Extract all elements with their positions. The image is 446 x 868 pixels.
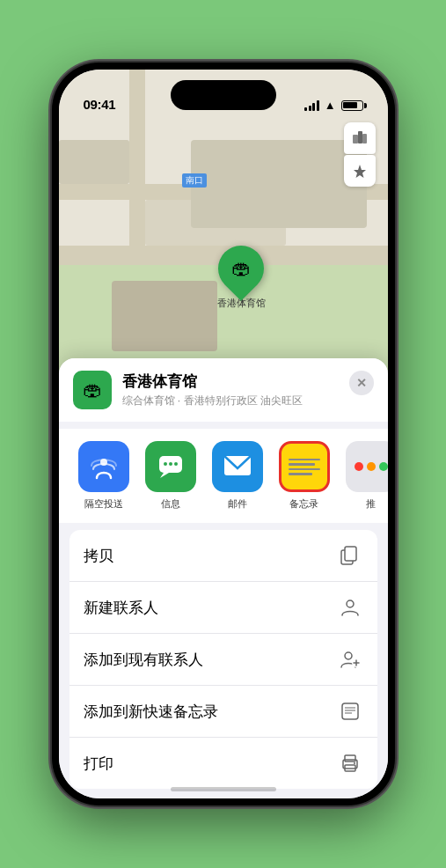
print-icon bbox=[337, 750, 363, 776]
svg-rect-23 bbox=[345, 755, 355, 761]
dynamic-island bbox=[171, 80, 276, 110]
svg-rect-2 bbox=[362, 134, 367, 143]
share-row: 隔空投送 信息 bbox=[59, 429, 388, 523]
messages-icon bbox=[145, 441, 196, 492]
close-button[interactable]: ✕ bbox=[349, 371, 374, 395]
svg-rect-17 bbox=[342, 703, 358, 719]
action-copy[interactable]: 拷贝 bbox=[69, 530, 377, 582]
action-add-existing-label: 添加到现有联系人 bbox=[84, 650, 203, 670]
home-indicator bbox=[171, 787, 276, 791]
map-label-container: 南口 bbox=[182, 173, 207, 188]
svg-marker-5 bbox=[160, 473, 169, 478]
status-icons: ▲ bbox=[304, 99, 362, 112]
action-quick-note[interactable]: 添加到新快速备忘录 bbox=[69, 686, 377, 738]
airdrop-icon bbox=[78, 441, 129, 492]
venue-name: 香港体育馆 bbox=[122, 371, 374, 392]
map-label-box: 南口 bbox=[182, 173, 207, 188]
person-icon bbox=[337, 594, 363, 621]
phone-frame: 09:41 ▲ bbox=[52, 63, 395, 805]
status-time: 09:41 bbox=[84, 97, 116, 112]
action-print[interactable]: 打印 bbox=[69, 738, 377, 789]
svg-point-7 bbox=[169, 462, 172, 466]
share-item-notes[interactable]: 备忘录 bbox=[274, 441, 335, 511]
more-dots bbox=[355, 462, 388, 471]
svg-rect-11 bbox=[345, 547, 356, 561]
svg-point-12 bbox=[347, 600, 354, 607]
venue-desc: 综合体育馆 · 香港特别行政区 油尖旺区 bbox=[122, 394, 374, 408]
copy-icon bbox=[337, 542, 363, 569]
pin-circle: 🏟 bbox=[208, 236, 274, 301]
action-list: 拷贝 新建联系人 bbox=[69, 530, 377, 789]
bottom-sheet: 🏟 香港体育馆 综合体育馆 · 香港特别行政区 油尖旺区 ✕ bbox=[59, 358, 388, 798]
more-icon bbox=[346, 441, 388, 492]
venue-info: 香港体育馆 综合体育馆 · 香港特别行政区 油尖旺区 bbox=[122, 371, 374, 408]
sheet-header: 🏟 香港体育馆 综合体育馆 · 香港特别行政区 油尖旺区 ✕ bbox=[59, 358, 388, 422]
share-item-airdrop[interactable]: 隔空投送 bbox=[73, 441, 135, 511]
battery-icon bbox=[341, 100, 363, 111]
svg-point-13 bbox=[345, 652, 352, 659]
phone-screen: 09:41 ▲ bbox=[59, 70, 388, 798]
more-label: 推 bbox=[366, 497, 376, 511]
svg-point-24 bbox=[354, 762, 355, 764]
notes-lines bbox=[289, 459, 320, 475]
map-block bbox=[191, 140, 367, 228]
mail-label: 邮件 bbox=[228, 497, 247, 511]
action-quick-note-label: 添加到新快速备忘录 bbox=[84, 702, 218, 722]
messages-label: 信息 bbox=[161, 497, 180, 511]
map-block bbox=[59, 140, 129, 184]
mail-icon bbox=[212, 441, 263, 492]
action-new-contact-label: 新建联系人 bbox=[84, 598, 158, 618]
svg-point-6 bbox=[164, 462, 167, 466]
person-add-icon bbox=[337, 646, 363, 673]
pin-icon: 🏟 bbox=[231, 257, 251, 280]
notes-label: 备忘录 bbox=[289, 497, 318, 511]
action-add-existing[interactable]: 添加到现有联系人 bbox=[69, 634, 377, 686]
note-icon bbox=[337, 698, 363, 725]
share-item-mail[interactable]: 邮件 bbox=[207, 441, 268, 511]
wifi-icon: ▲ bbox=[325, 99, 336, 112]
map-type-button[interactable] bbox=[344, 122, 376, 154]
action-copy-label: 拷贝 bbox=[84, 546, 113, 566]
share-item-more[interactable]: 推 bbox=[340, 441, 388, 511]
svg-rect-1 bbox=[358, 131, 362, 143]
airdrop-label: 隔空投送 bbox=[84, 497, 123, 511]
stadium-pin: 🏟 香港体育馆 bbox=[217, 246, 266, 310]
map-building bbox=[112, 281, 217, 351]
svg-rect-0 bbox=[353, 135, 358, 143]
notes-icon bbox=[279, 441, 330, 492]
action-print-label: 打印 bbox=[84, 754, 113, 774]
location-button[interactable] bbox=[344, 155, 376, 187]
share-item-messages[interactable]: 信息 bbox=[140, 441, 201, 511]
signal-bars-icon bbox=[304, 100, 319, 111]
svg-point-8 bbox=[174, 462, 178, 466]
venue-icon: 🏟 bbox=[73, 371, 112, 409]
action-new-contact[interactable]: 新建联系人 bbox=[69, 582, 377, 634]
map-controls bbox=[344, 122, 376, 187]
